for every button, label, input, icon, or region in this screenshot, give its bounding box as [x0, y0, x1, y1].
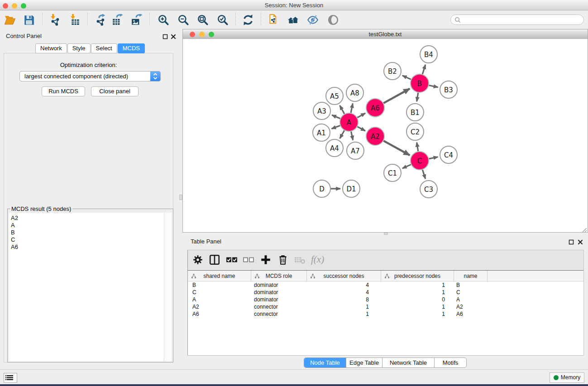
graph-edge-B-B4[interactable]	[422, 65, 425, 74]
select-all-columns-icon[interactable]	[226, 254, 238, 266]
left-divider-handle[interactable]	[179, 195, 182, 200]
import-table-icon[interactable]	[69, 14, 81, 26]
memory-button[interactable]: Memory	[550, 372, 584, 383]
graph-edge-A-A6[interactable]	[357, 113, 365, 118]
table-cell: dominator	[251, 296, 307, 303]
main-toolbar	[0, 10, 588, 27]
table-cell: A6	[454, 310, 488, 318]
table-cell: A2	[188, 303, 251, 310]
deselect-all-columns-icon[interactable]	[243, 254, 254, 266]
tab-motifs[interactable]: Motifs	[435, 358, 466, 367]
graph-edge-A-A1[interactable]	[331, 125, 340, 129]
control-panel-close-icon[interactable]	[171, 33, 176, 38]
run-mcds-button[interactable]: Run MCDS	[42, 86, 85, 96]
bottom-divider-handle[interactable]	[384, 233, 388, 235]
window-resize-grip-icon[interactable]	[582, 226, 587, 232]
table-cell: 1	[307, 303, 381, 310]
mcds-result-item[interactable]: B	[9, 229, 165, 236]
graph-edge-B-B2[interactable]	[402, 76, 411, 80]
table-rows: Bdominator41BCdominator41CAdominator80AA…	[188, 281, 583, 318]
tab-node-table[interactable]: Node Table	[304, 358, 346, 367]
home-icon[interactable]	[287, 14, 299, 26]
zoom-selected-icon[interactable]	[217, 14, 229, 26]
delete-column-icon[interactable]	[277, 254, 289, 266]
tab-edge-table[interactable]: Edge Table	[346, 358, 382, 367]
criterion-dropdown-arrows-icon	[150, 71, 160, 81]
create-column-icon[interactable]	[260, 254, 272, 266]
memory-status-dot	[554, 375, 559, 380]
graph-edge-A6-B[interactable]	[383, 89, 410, 103]
graph-node-label-B4: B4	[424, 51, 433, 59]
mcds-result-item[interactable]: A	[9, 222, 165, 229]
mcds-result-box: MCDS result (5 nodes) A2ABCA6	[7, 209, 173, 362]
column-header-predecessor-nodes[interactable]: predecessor nodes	[381, 271, 454, 282]
graph-edge-A-A8[interactable]	[351, 104, 353, 113]
graph-edge-A-A7[interactable]	[351, 131, 353, 140]
graph-edge-C-C4[interactable]	[429, 157, 438, 159]
graph-edge-A-A5[interactable]	[340, 105, 344, 114]
zoom-in-icon[interactable]	[158, 14, 169, 26]
network-window-titlebar[interactable]: testGlobe.txt	[183, 29, 588, 39]
tab-mcds[interactable]: MCDS	[118, 43, 145, 53]
mcds-result-scrollbar[interactable]	[164, 213, 172, 361]
settings-gear-icon[interactable]	[192, 254, 204, 266]
manage-networks-icon[interactable]	[268, 14, 280, 26]
graph-edge-A2-C[interactable]	[383, 141, 410, 155]
table-row[interactable]: Cdominator41C	[188, 289, 583, 296]
criterion-dropdown[interactable]: largest connected component (directed)	[19, 71, 161, 81]
graph-edge-B-B3[interactable]	[429, 85, 438, 87]
column-header-label: name	[464, 273, 477, 279]
table-panel-float-icon[interactable]	[569, 238, 574, 244]
save-session-icon[interactable]	[23, 14, 35, 26]
column-header-shared-name[interactable]: shared name	[188, 271, 251, 282]
mcds-result-item[interactable]: A6	[9, 243, 165, 251]
graph-edge-C-C3[interactable]	[422, 170, 425, 179]
graph-edge-B-B1[interactable]	[417, 93, 418, 102]
tab-select[interactable]: Select	[91, 43, 117, 53]
control-panel-float-icon[interactable]	[163, 33, 168, 38]
column-header-successor-nodes[interactable]: successor nodes	[307, 271, 381, 282]
export-network-icon[interactable]	[95, 14, 107, 26]
table-row[interactable]: A6connector11A6	[188, 310, 583, 318]
window-titlebar: Session: New Session	[0, 0, 588, 10]
delete-table-icon[interactable]	[294, 254, 306, 266]
mcds-result-item[interactable]: A2	[9, 214, 165, 222]
export-image-icon[interactable]	[131, 14, 143, 26]
table-panel-close-icon[interactable]	[578, 238, 583, 244]
search-input[interactable]	[450, 14, 584, 25]
graph-edge-A-A3[interactable]	[332, 115, 340, 119]
show-panel-icon[interactable]	[327, 14, 339, 26]
table-cell: connector	[251, 303, 307, 310]
graph-edge-C-C1[interactable]	[402, 165, 411, 169]
mcds-result-item[interactable]: C	[9, 236, 165, 243]
table-row[interactable]: Adominator80A	[188, 296, 583, 303]
network-graph-canvas[interactable]: B4B2BB3A8A5A6A3B1AC2A1A2A4A7C4CC1C3DD1	[183, 39, 588, 232]
table-cell: 1	[381, 281, 454, 289]
control-panel-title: Control Panel	[6, 33, 42, 39]
zoom-out-icon[interactable]	[177, 14, 189, 26]
column-header-name[interactable]: name	[454, 271, 488, 282]
column-header-label: successor nodes	[323, 273, 364, 279]
tab-network-table[interactable]: Network Table	[382, 358, 435, 367]
column-header-MCDS-role[interactable]: MCDS role	[251, 271, 307, 282]
split-view-icon[interactable]	[209, 254, 220, 266]
zoom-fit-icon[interactable]	[197, 14, 209, 26]
graph-edge-C-C2[interactable]	[417, 143, 418, 152]
import-network-icon[interactable]	[49, 14, 61, 26]
desktop-strip	[0, 384, 588, 386]
function-builder-icon[interactable]: f(x)	[311, 254, 329, 266]
tab-style[interactable]: Style	[67, 43, 91, 53]
graph-node-label-C: C	[417, 157, 422, 165]
task-history-button[interactable]	[4, 373, 17, 383]
tab-network[interactable]: Network	[35, 43, 67, 53]
graph-edge-A-A4[interactable]	[340, 130, 344, 138]
close-panel-button[interactable]: Close panel	[91, 86, 139, 96]
mcds-result-title: MCDS result (5 nodes)	[10, 205, 72, 212]
hide-panel-icon[interactable]	[307, 14, 319, 26]
table-row[interactable]: Bdominator41B	[188, 281, 583, 289]
table-row[interactable]: A2connector11A2	[188, 303, 583, 310]
refresh-icon[interactable]	[242, 14, 254, 26]
open-session-icon[interactable]	[4, 14, 16, 26]
graph-edge-A-A2[interactable]	[358, 127, 365, 131]
export-table-icon[interactable]	[111, 14, 123, 26]
